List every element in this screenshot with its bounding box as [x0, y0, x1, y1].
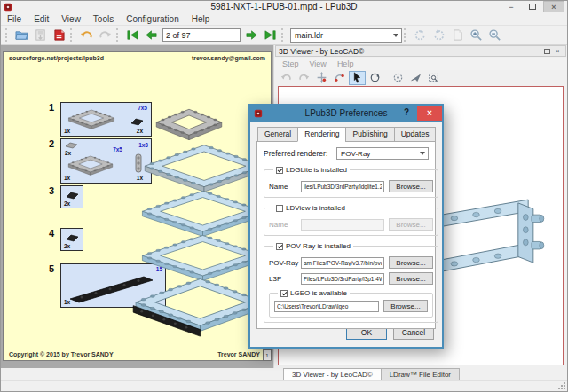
viewer-menu-view[interactable]: View	[304, 59, 332, 68]
l3p-path-label: L3P	[269, 275, 301, 283]
tab-rendering[interactable]: Rendering	[297, 127, 346, 142]
page-footer: Copyright © 2015 by Trevor SANDY Trevor …	[9, 351, 260, 357]
zoom-out-icon	[488, 28, 501, 42]
first-page-button[interactable]	[123, 27, 142, 43]
part-qty-label: 1x	[64, 299, 70, 305]
pdf-icon	[52, 28, 66, 42]
status-bar	[1, 380, 567, 391]
redo-icon	[298, 72, 310, 83]
tab-general[interactable]: General	[257, 127, 298, 142]
viewer-panel-titlebar[interactable]: 3D Viewer - by LeoCAD© ×	[275, 45, 566, 57]
resize-grip[interactable]	[557, 381, 565, 389]
step-4-parts-callout[interactable]: 2x	[60, 228, 83, 251]
rotate-tool-icon	[334, 72, 345, 83]
viewer-zoom-region-button[interactable]	[425, 71, 442, 85]
renderer-select-value: POV-Ray	[341, 150, 370, 158]
redo-button[interactable]	[96, 27, 114, 43]
menu-edit[interactable]: Edit	[28, 14, 55, 24]
part-qty-label: 2x	[137, 128, 143, 134]
combo-arrow-icon	[390, 29, 401, 42]
select-tool-icon	[351, 72, 363, 83]
ldview-path-input[interactable]	[301, 219, 384, 231]
minimize-button[interactable]: −	[501, 1, 522, 12]
viewer-undo-button[interactable]	[278, 71, 295, 85]
viewer-move-tool-button[interactable]	[313, 71, 330, 85]
ldglite-group: LDGLite is installed Name Browse...	[264, 166, 438, 198]
window-title: 5981-NXT-1-LPUB-01.mpd - LPub3D	[1, 2, 567, 12]
dialog-body: General Rendering Publishing Updates Pre…	[250, 122, 442, 347]
undo-button[interactable]	[77, 27, 96, 43]
rotate-cw-button[interactable]	[430, 27, 448, 43]
lgeo-browse-button[interactable]: Browse...	[383, 300, 428, 312]
model-select[interactable]: main.ldr	[290, 28, 402, 43]
viewer-redo-button[interactable]	[296, 71, 312, 85]
lgeo-checkbox[interactable]	[280, 290, 288, 297]
lpub3d-window: 5981-NXT-1-LPUB-01.mpd - LPub3D − × File…	[0, 0, 568, 392]
zoom-in-button[interactable]	[467, 27, 485, 43]
ldglite-browse-button[interactable]: Browse...	[389, 180, 433, 192]
part-size-label: 7x5	[138, 105, 147, 111]
tab-publishing[interactable]: Publishing	[345, 127, 394, 142]
step-3-parts-callout[interactable]: 2x	[60, 185, 83, 208]
povray-browse-button[interactable]: Browse...	[389, 256, 433, 269]
ldglite-path-input[interactable]	[301, 181, 384, 192]
zoom-in-icon	[469, 28, 483, 42]
maximize-icon	[529, 4, 536, 10]
last-page-button[interactable]	[261, 27, 280, 43]
povray-checkbox[interactable]	[276, 243, 283, 250]
viewer-orbit-button[interactable]	[390, 71, 406, 85]
viewer-select-tool-button[interactable]	[349, 71, 366, 85]
close-panel-button[interactable]: ×	[552, 47, 563, 56]
l3p-path-input[interactable]	[301, 273, 384, 285]
page-number-input[interactable]	[162, 28, 241, 42]
menu-file[interactable]: File	[1, 14, 28, 24]
viewer-menu-help[interactable]: Help	[332, 59, 359, 68]
last-page-icon	[264, 28, 277, 42]
ldview-label: LDView is installed	[286, 204, 345, 212]
renderer-select[interactable]: POV-Ray	[336, 147, 429, 160]
ldview-browse-button[interactable]: Browse...	[389, 218, 433, 231]
dialog-close-button[interactable]: ×	[417, 106, 442, 121]
bottom-tab-3d-viewer[interactable]: 3D Viewer - by LeoCAD©	[283, 368, 382, 380]
toolbar-handle[interactable]	[5, 28, 10, 42]
viewer-menu-step[interactable]: Step	[277, 59, 304, 68]
menu-view[interactable]: View	[55, 14, 87, 24]
viewer-spin-tool-button[interactable]	[367, 71, 383, 85]
tab-updates[interactable]: Updates	[394, 127, 437, 142]
menu-configuration[interactable]: Configuration	[120, 14, 185, 24]
export-pdf-button[interactable]	[50, 27, 68, 43]
maximize-button[interactable]	[522, 1, 543, 12]
bottom-tab-ldraw-editor[interactable]: LDraw™ File Editor	[381, 368, 460, 380]
next-page-icon	[245, 28, 258, 42]
dialog-titlebar[interactable]: LPub3D Preferences ? ×	[250, 106, 442, 122]
step-1-parts-callout[interactable]: 7x5 1x 2x	[60, 102, 152, 137]
toolbar-handle[interactable]	[404, 28, 408, 42]
page-canvas[interactable]: sourceforge.net/projects/lpub3d trevor.s…	[3, 51, 272, 361]
rotate-ccw-button[interactable]	[411, 27, 430, 43]
save-file-button[interactable]	[31, 27, 50, 43]
zoom-region-icon	[428, 72, 439, 83]
l3p-browse-button[interactable]: Browse...	[389, 272, 433, 285]
toolbar-handle[interactable]	[116, 28, 121, 42]
float-panel-button[interactable]	[541, 47, 552, 56]
dialog-help-button[interactable]: ?	[399, 107, 414, 120]
page-header-email: trevor.sandy@gmail.com	[192, 55, 265, 61]
previous-page-button[interactable]	[142, 27, 161, 43]
close-button[interactable]: ×	[543, 1, 564, 12]
ldview-checkbox[interactable]	[276, 205, 283, 212]
ldglite-checkbox[interactable]	[276, 167, 283, 174]
viewer-look-at-button[interactable]	[407, 71, 424, 85]
menu-tools[interactable]: Tools	[87, 14, 120, 24]
open-file-button[interactable]	[12, 27, 31, 43]
next-page-button[interactable]	[242, 27, 261, 43]
povray-path-input[interactable]	[301, 257, 384, 269]
toolbar-handle[interactable]	[70, 28, 75, 42]
zoom-out-button[interactable]	[485, 27, 504, 43]
viewer-rotate-tool-button[interactable]	[331, 71, 348, 85]
spin-tool-icon	[369, 72, 381, 83]
menu-help[interactable]: Help	[185, 14, 217, 24]
ldview-name-label: Name	[269, 221, 301, 229]
page-setup-button[interactable]	[448, 27, 467, 43]
lgeo-path-input[interactable]	[274, 301, 379, 312]
toolbar-handle[interactable]	[281, 28, 286, 42]
